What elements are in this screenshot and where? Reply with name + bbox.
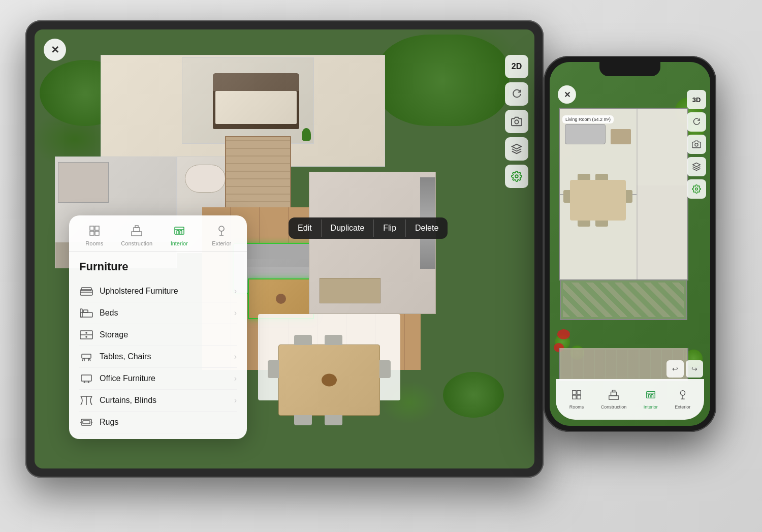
list-item-office[interactable]: Office Furniture › — [79, 368, 237, 390]
bedroom-plant — [302, 128, 311, 141]
svg-rect-46 — [577, 391, 581, 394]
phone-tab-exterior[interactable]: Exterior — [675, 389, 690, 410]
phone-redo-button[interactable]: ↪ — [686, 360, 703, 378]
list-item-storage[interactable]: Storage › — [79, 324, 237, 346]
list-item-rugs[interactable]: Rugs › — [79, 412, 237, 433]
office-chevron: › — [234, 374, 237, 383]
fp-small-table — [611, 129, 631, 144]
svg-point-42 — [695, 143, 698, 146]
phone-construction-icon — [608, 389, 619, 403]
phone-rotate-button[interactable] — [687, 112, 706, 132]
phone-camera-button[interactable] — [687, 135, 706, 154]
svg-rect-51 — [612, 390, 615, 392]
tab-rooms[interactable]: Rooms — [73, 222, 116, 249]
upholstered-icon — [79, 286, 93, 296]
svg-rect-28 — [81, 375, 91, 381]
rooms-tab-icon — [88, 225, 101, 239]
svg-point-44 — [695, 188, 698, 191]
storage-icon — [79, 330, 93, 340]
office-label: Office Furniture — [100, 374, 155, 383]
phone-tab-interior[interactable]: Interior — [644, 389, 658, 410]
fp-right-lower — [637, 185, 687, 279]
room-label-living: Living Room (54.2 m²) — [562, 115, 614, 123]
svg-rect-49 — [609, 396, 618, 399]
list-item-kitchen[interactable]: Kitchen › — [79, 433, 237, 435]
settings-button[interactable] — [505, 165, 528, 188]
context-menu-delete[interactable]: Delete — [406, 220, 448, 237]
construction-tab-icon — [131, 225, 143, 239]
phone-rooms-icon — [571, 389, 582, 403]
tab-exterior[interactable]: Exterior — [201, 222, 243, 249]
context-menu-edit[interactable]: Edit — [289, 220, 322, 237]
list-item-curtains[interactable]: Curtains, Blinds › — [79, 390, 237, 412]
svg-line-25 — [89, 358, 90, 361]
office-icon — [79, 373, 93, 384]
scene-container: Edit Duplicate Flip Delete ✕ 2D — [0, 0, 762, 532]
construction-tab-label: Construction — [121, 240, 152, 246]
tablet-device: Edit Duplicate Flip Delete ✕ 2D — [25, 20, 544, 478]
sink-area — [58, 162, 109, 203]
phone-construction-label: Construction — [601, 404, 627, 410]
bed-headboard — [213, 73, 299, 91]
sidebar-section-title: Furniture — [79, 260, 237, 273]
view-2d-button[interactable]: 2D — [505, 55, 528, 78]
svg-line-24 — [82, 358, 83, 361]
chair-top-1 — [294, 335, 312, 345]
storage-label: Storage — [100, 330, 128, 339]
phone-toolbar-right: 3D — [687, 90, 706, 199]
phone-layers-button[interactable] — [687, 157, 706, 176]
tablet-toolbar-right: 2D — [505, 55, 528, 188]
bedroom-area — [182, 57, 314, 144]
tablet-screen: Edit Duplicate Flip Delete ✕ 2D — [35, 29, 534, 468]
phone-undo-button[interactable]: ↩ — [666, 360, 684, 378]
phone-settings-button[interactable] — [687, 179, 706, 199]
phone-close-button[interactable]: ✕ — [558, 85, 576, 104]
list-item-upholstered[interactable]: Upholstered Furniture › — [79, 280, 237, 302]
chair-bottom-1 — [294, 415, 312, 425]
list-item-tables-chairs[interactable]: Tables, Chairs › — [79, 346, 237, 368]
grass-tree-right — [377, 35, 509, 126]
tab-interior[interactable]: Interior — [158, 222, 201, 249]
context-menu-duplicate[interactable]: Duplicate — [322, 220, 374, 237]
coffee-table-item[interactable] — [248, 278, 314, 319]
bed-sheet — [215, 91, 297, 124]
list-item-beds[interactable]: Beds › — [79, 302, 237, 324]
svg-rect-45 — [573, 391, 576, 394]
sidebar-tabs: Rooms Construction — [69, 215, 247, 252]
storage-chevron: › — [234, 330, 237, 339]
right-room — [309, 172, 436, 314]
svg-rect-3 — [90, 226, 94, 230]
fp-right-upper — [637, 109, 687, 185]
upholstered-label: Upholstered Furniture — [100, 287, 178, 296]
layers-button[interactable] — [505, 137, 528, 161]
phone-tab-construction[interactable]: Construction — [601, 389, 627, 410]
context-menu: Edit Duplicate Flip Delete — [289, 217, 448, 239]
table-centerpiece — [276, 294, 286, 304]
tablet-close-button[interactable]: ✕ — [44, 39, 66, 61]
camera-button[interactable] — [505, 110, 528, 133]
interior-tab-label: Interior — [171, 240, 188, 246]
svg-rect-5 — [95, 231, 99, 235]
svg-rect-17 — [80, 309, 82, 317]
svg-marker-1 — [512, 144, 521, 149]
phone-undoredo: ↩ ↪ — [666, 360, 703, 378]
bowl — [322, 374, 337, 387]
curtains-chevron: › — [234, 396, 237, 405]
svg-point-21 — [86, 332, 87, 333]
svg-point-2 — [515, 175, 518, 178]
svg-rect-18 — [83, 310, 88, 312]
rugs-chevron: › — [234, 418, 237, 427]
rotate-button[interactable] — [505, 82, 528, 106]
svg-rect-23 — [82, 354, 91, 358]
svg-marker-43 — [693, 163, 701, 167]
svg-rect-47 — [577, 395, 581, 399]
phone-view-3d-button[interactable]: 3D — [687, 90, 706, 109]
chair-bottom-2 — [325, 415, 342, 425]
svg-rect-8 — [134, 228, 140, 232]
tab-construction[interactable]: Construction — [116, 222, 158, 249]
phone-tab-rooms[interactable]: Rooms — [569, 389, 584, 410]
context-menu-flip[interactable]: Flip — [374, 220, 406, 237]
chair-left — [268, 360, 279, 378]
bed-item — [213, 73, 299, 129]
chair-right — [379, 360, 391, 378]
